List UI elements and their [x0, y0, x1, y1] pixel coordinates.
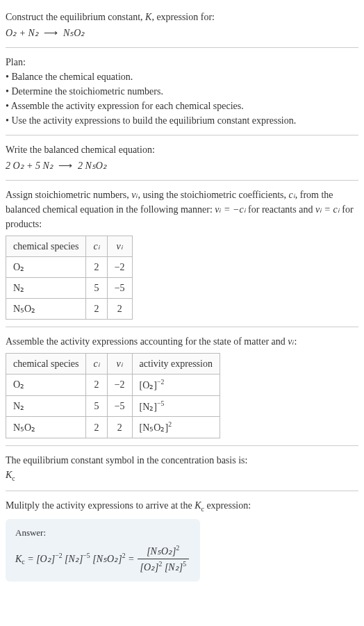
cell-nu: −5: [107, 278, 132, 299]
balanced-equation: 2 O₂ + 5 N₂ ⟶ 2 N₅O₂: [6, 158, 358, 173]
cell-species: O₂: [6, 257, 86, 278]
cell-activity: [N₅O₂]2: [132, 417, 220, 438]
plan-section: Plan: Balance the chemical equation. Det…: [6, 51, 358, 132]
term-exp: −2: [55, 552, 62, 559]
c-i: cᵢ: [289, 190, 295, 200]
arrow-icon: ⟶: [56, 160, 75, 171]
expr-base: [N₂]: [140, 401, 157, 411]
nu-i: νᵢ: [288, 336, 294, 347]
activity-text: Assemble the activity expressions accoun…: [6, 334, 358, 349]
answer-label: Answer:: [15, 526, 190, 540]
activity-text-b: :: [295, 336, 297, 347]
table-row: O₂ 2 −2: [6, 257, 133, 278]
stoich-text-d: for reactants and: [246, 204, 315, 215]
term-base: [N₂]: [165, 562, 183, 573]
intro-section: Construct the equilibrium constant, K, e…: [6, 6, 358, 44]
cell-nu: 2: [107, 299, 132, 320]
balanced-eq-right: 2 N₅O₂: [78, 160, 107, 171]
activity-section: Assemble the activity expressions accoun…: [6, 330, 358, 443]
stoich-table: chemical species cᵢ νᵢ O₂ 2 −2 N₂ 5 −5 N…: [6, 236, 133, 320]
kc-inline: Kc: [195, 500, 204, 511]
activity-text-a: Assemble the activity expressions accoun…: [6, 336, 288, 347]
table-row: N₂ 5 −5 [N₂]−5: [6, 395, 220, 417]
divider: [6, 491, 358, 491]
cell-nu: −5: [107, 395, 132, 417]
mult-text-a: Mulitply the activity expressions to arr…: [6, 500, 195, 511]
answer-lhs: Kc = [O₂]−2 [N₂]−5 [N₅O₂]2 =: [15, 551, 135, 568]
kc-symbol-section: The equilibrium constant symbol in the c…: [6, 449, 358, 488]
intro-suffix: , expression for:: [151, 12, 215, 22]
kc-k: K: [15, 553, 22, 563]
cell-nu: −2: [107, 257, 132, 278]
table-row: O₂ 2 −2 [O₂]−2: [6, 374, 220, 396]
arrow-icon: ⟶: [41, 28, 60, 38]
plan-item: Use the activity expressions to build th…: [6, 113, 358, 128]
multiply-text: Mulitply the activity expressions to arr…: [6, 498, 358, 514]
term-exp: 2: [176, 544, 180, 552]
kc-c: c: [12, 475, 15, 482]
th-ci: cᵢ: [86, 354, 107, 374]
cell-nu: 2: [107, 417, 132, 438]
answer-box: Answer: Kc = [O₂]−2 [N₂]−5 [N₅O₂]2 = [N₅…: [6, 519, 200, 582]
stoich-rel1: νᵢ = −cᵢ: [215, 204, 245, 215]
stoich-text-b: , using the stoichiometric coefficients,: [138, 190, 288, 200]
divider: [6, 180, 358, 181]
term-exp: 5: [183, 560, 186, 568]
divider: [6, 445, 358, 446]
plan-item: Determine the stoichiometric numbers.: [6, 84, 358, 99]
divider: [6, 47, 358, 48]
intro-text: Construct the equilibrium constant, K, e…: [6, 10, 358, 24]
cell-species: O₂: [6, 374, 86, 396]
plan-title: Plan:: [6, 55, 358, 69]
cell-species: N₅O₂: [6, 299, 86, 320]
term-base: [N₅O₂]: [147, 546, 176, 557]
term-exp: −5: [83, 552, 90, 559]
term-exp: 2: [159, 560, 163, 568]
balanced-eq-left: 2 O₂ + 5 N₂: [6, 160, 53, 171]
cell-c: 2: [86, 374, 107, 396]
intro-eq-left: O₂ + N₂: [6, 28, 39, 38]
cell-nu: −2: [107, 374, 132, 396]
cell-c: 2: [86, 257, 107, 278]
mult-text-b: expression:: [204, 500, 251, 511]
term-base: [N₂]: [65, 553, 83, 563]
th-species: chemical species: [6, 354, 86, 374]
kc-c: c: [22, 558, 24, 566]
intro-prefix: Construct the equilibrium constant,: [6, 12, 145, 22]
plan-list: Balance the chemical equation. Determine…: [6, 69, 358, 128]
cell-c: 2: [86, 299, 107, 320]
cell-activity: [N₂]−5: [132, 395, 220, 417]
cell-species: N₅O₂: [6, 417, 86, 438]
intro-equation: O₂ + N₂ ⟶ N₅O₂: [6, 26, 358, 40]
answer-equation: Kc = [O₂]−2 [N₂]−5 [N₅O₂]2 = [N₅O₂]2 [O₂…: [15, 543, 190, 574]
table-header-row: chemical species cᵢ νᵢ activity expressi…: [6, 354, 220, 374]
multiply-section: Mulitply the activity expressions to arr…: [6, 494, 358, 585]
fraction-denominator: [O₂]2 [N₂]5: [138, 559, 190, 575]
cell-activity: [O₂]−2: [132, 374, 220, 396]
stoich-text-a: Assign stoichiometric numbers,: [6, 190, 131, 200]
balanced-title: Write the balanced chemical equation:: [6, 142, 358, 157]
kc-k: K: [195, 500, 201, 511]
table-row: N₅O₂ 2 2 [N₅O₂]2: [6, 417, 220, 438]
expr-exp: 2: [168, 420, 172, 428]
cell-species: N₂: [6, 395, 86, 417]
stoich-text: Assign stoichiometric numbers, νᵢ, using…: [6, 188, 358, 231]
table-row: N₂ 5 −5: [6, 278, 133, 299]
table-row: N₅O₂ 2 2: [6, 299, 133, 320]
plan-item: Balance the chemical equation.: [6, 69, 358, 84]
plan-item: Assemble the activity expression for eac…: [6, 99, 358, 113]
expr-exp: −5: [157, 400, 164, 407]
cell-c: 2: [86, 417, 107, 438]
th-ci: cᵢ: [86, 236, 107, 257]
th-nui: νᵢ: [107, 236, 132, 257]
expr-base: [O₂]: [140, 380, 157, 390]
divider: [6, 327, 358, 327]
th-activity: activity expression: [132, 354, 220, 374]
cell-species: N₂: [6, 278, 86, 299]
balanced-section: Write the balanced chemical equation: 2 …: [6, 138, 358, 177]
expr-base: [N₅O₂]: [140, 422, 169, 433]
term-base: [O₂]: [36, 553, 55, 563]
answer-fraction: [N₅O₂]2 [O₂]2 [N₂]5: [138, 543, 190, 574]
kc-symbol: Kc: [6, 468, 358, 484]
divider: [6, 135, 358, 135]
